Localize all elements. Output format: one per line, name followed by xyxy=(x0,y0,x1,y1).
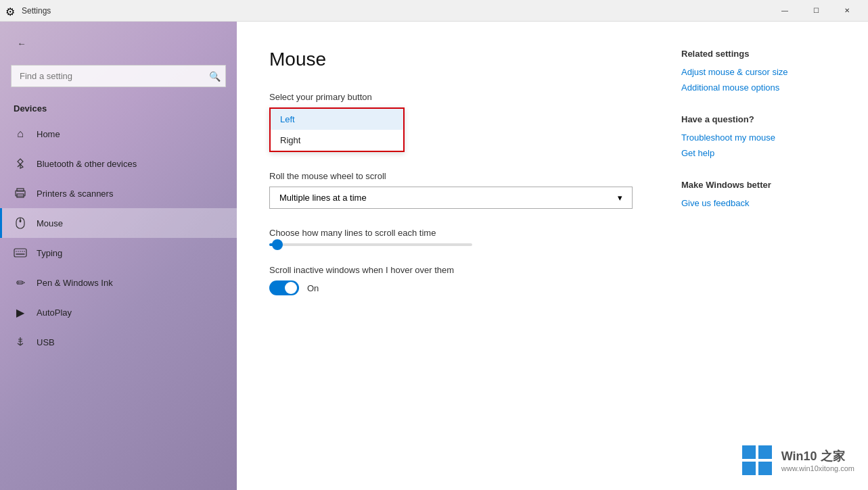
sidebar-item-label: Mouse xyxy=(37,218,63,228)
sidebar-item-label: Home xyxy=(37,129,60,139)
sidebar-item-label: Bluetooth & other devices xyxy=(37,159,137,169)
get-help-link[interactable]: Get help xyxy=(681,148,852,158)
mouse-icon xyxy=(14,216,27,230)
sidebar-item-autoplay[interactable]: ▶ AutoPlay xyxy=(0,297,237,327)
printer-icon xyxy=(14,187,27,200)
svg-rect-16 xyxy=(742,462,756,475)
have-question-section: Have a question? Troubleshoot my mouse G… xyxy=(681,114,852,158)
lines-slider-container xyxy=(269,243,633,246)
related-settings-section: Related settings Adjust mouse & cursor s… xyxy=(681,49,852,93)
watermark-sub-text: www.win10xitong.com xyxy=(781,464,854,472)
content-main: Mouse Select your primary button Left Ri… xyxy=(237,22,665,490)
additional-mouse-link[interactable]: Additional mouse options xyxy=(681,82,852,93)
watermark: Win10 之家 www.win10xitong.com xyxy=(741,444,854,476)
sidebar-item-label: Pen & Windows Ink xyxy=(37,278,113,288)
toggle-row: On xyxy=(269,280,633,295)
pen-icon: ✏ xyxy=(14,276,27,289)
inactive-scroll-label: Scroll inactive windows when I hover ove… xyxy=(269,265,633,275)
svg-line-0 xyxy=(18,164,20,167)
primary-button-dropdown[interactable]: Left Right xyxy=(269,107,405,152)
watermark-main-text: Win10 之家 xyxy=(781,448,854,464)
sidebar-item-bluetooth[interactable]: Bluetooth & other devices xyxy=(0,149,237,178)
sidebar-item-printers[interactable]: Printers & scanners xyxy=(0,178,237,208)
svg-rect-15 xyxy=(758,445,772,459)
have-question-heading: Have a question? xyxy=(681,114,852,124)
scroll-section: Roll the mouse wheel to scroll Multiple … xyxy=(269,171,633,209)
adjust-mouse-link[interactable]: Adjust mouse & cursor size xyxy=(681,67,852,77)
svg-rect-14 xyxy=(742,445,756,459)
scroll-label: Roll the mouse wheel to scroll xyxy=(269,171,633,181)
sidebar-item-pen[interactable]: ✏ Pen & Windows Ink xyxy=(0,268,237,297)
devices-header: Devices xyxy=(0,93,237,119)
svg-rect-17 xyxy=(758,462,772,475)
slider-thumb[interactable] xyxy=(272,239,283,250)
page-title: Mouse xyxy=(269,49,633,70)
troubleshoot-link[interactable]: Troubleshoot my mouse xyxy=(681,132,852,143)
sidebar-item-label: Typing xyxy=(37,248,62,258)
sidebar-item-usb[interactable]: USB xyxy=(0,327,237,357)
scroll-dropdown-value: Multiple lines at a time xyxy=(279,193,367,203)
search-box: 🔍 xyxy=(11,65,226,87)
keyboard-icon xyxy=(14,246,27,260)
maximize-button[interactable]: ☐ xyxy=(800,0,831,22)
sidebar-item-home[interactable]: ⌂ Home xyxy=(0,119,237,149)
sidebar-item-label: AutoPlay xyxy=(37,308,72,318)
search-input[interactable] xyxy=(11,65,226,87)
windows-logo xyxy=(741,444,773,476)
make-better-section: Make Windows better Give us feedback xyxy=(681,180,852,208)
sidebar-header: ← xyxy=(0,22,237,59)
dropdown-open-list: Left Right xyxy=(269,107,405,152)
chevron-down-icon: ▾ xyxy=(618,193,622,203)
sidebar: ← 🔍 Devices ⌂ Home Bluetooth & other dev… xyxy=(0,22,237,490)
lines-label: Choose how many lines to scroll each tim… xyxy=(269,228,633,238)
window-controls: — ☐ ✕ xyxy=(769,0,863,22)
scroll-dropdown[interactable]: Multiple lines at a time ▾ xyxy=(269,187,633,209)
related-settings-heading: Related settings xyxy=(681,49,852,59)
dropdown-option-left[interactable]: Left xyxy=(271,109,403,130)
sidebar-item-label: Printers & scanners xyxy=(37,189,113,199)
home-icon: ⌂ xyxy=(14,127,27,141)
svg-point-6 xyxy=(20,220,22,222)
titlebar-title: Settings xyxy=(22,6,769,16)
toggle-state-label: On xyxy=(307,283,319,293)
inactive-scroll-section: Scroll inactive windows when I hover ove… xyxy=(269,265,633,295)
settings-icon: ⚙ xyxy=(5,5,16,16)
inactive-scroll-toggle[interactable] xyxy=(269,280,299,295)
slider-track xyxy=(269,243,472,246)
bluetooth-icon xyxy=(14,157,27,170)
feedback-link[interactable]: Give us feedback xyxy=(681,198,852,208)
close-button[interactable]: ✕ xyxy=(831,0,863,22)
app-body: ← 🔍 Devices ⌂ Home Bluetooth & other dev… xyxy=(0,22,868,490)
usb-icon xyxy=(14,335,27,349)
dropdown-option-right[interactable]: Right xyxy=(271,130,403,151)
search-icon: 🔍 xyxy=(209,71,221,82)
primary-button-section: Select your primary button Left Right xyxy=(269,92,633,152)
titlebar: ⚙ Settings — ☐ ✕ xyxy=(0,0,868,22)
make-better-heading: Make Windows better xyxy=(681,180,852,190)
sidebar-item-label: USB xyxy=(37,337,55,347)
toggle-knob xyxy=(285,282,297,294)
content-aside: Related settings Adjust mouse & cursor s… xyxy=(665,22,868,490)
autoplay-icon: ▶ xyxy=(14,305,27,319)
lines-section: Choose how many lines to scroll each tim… xyxy=(269,228,633,246)
svg-rect-7 xyxy=(14,249,26,257)
primary-button-label: Select your primary button xyxy=(269,92,633,102)
minimize-button[interactable]: — xyxy=(769,0,800,22)
back-button[interactable]: ← xyxy=(11,32,32,54)
back-icon: ← xyxy=(17,39,26,49)
sidebar-item-mouse[interactable]: Mouse xyxy=(0,208,237,238)
sidebar-item-typing[interactable]: Typing xyxy=(0,238,237,268)
content-area: Mouse Select your primary button Left Ri… xyxy=(237,22,868,490)
